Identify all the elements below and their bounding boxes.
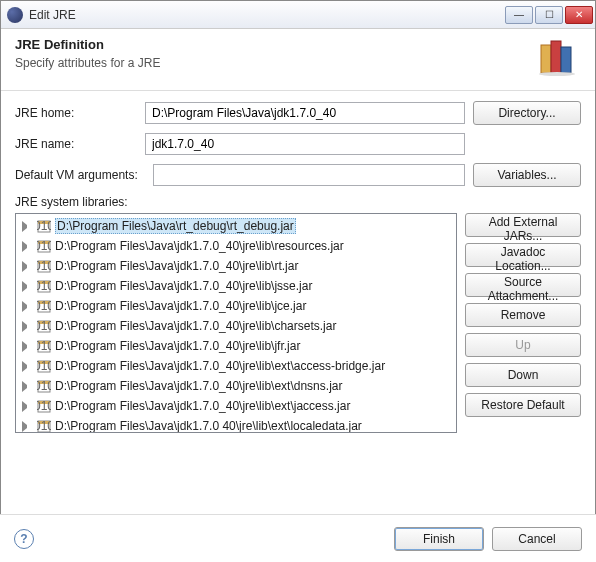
expander-icon[interactable]	[22, 381, 33, 392]
expander-icon[interactable]	[22, 281, 33, 292]
svg-rect-2	[561, 47, 571, 73]
svg-point-3	[539, 72, 575, 76]
expander-icon[interactable]	[22, 361, 33, 372]
window-title: Edit JRE	[29, 8, 505, 22]
svg-text:010: 010	[37, 339, 51, 353]
library-item[interactable]: 010D:\Program Files\Java\jdk1.7.0_40\jre…	[16, 396, 456, 416]
library-item[interactable]: 010D:\Program Files\Java\jdk1.7.0_40\jre…	[16, 376, 456, 396]
svg-text:010: 010	[37, 359, 51, 373]
up-button[interactable]: Up	[465, 333, 581, 357]
help-icon[interactable]: ?	[14, 529, 34, 549]
expander-icon[interactable]	[22, 341, 33, 352]
svg-text:010: 010	[37, 279, 51, 293]
expander-icon[interactable]	[22, 401, 33, 412]
library-item[interactable]: 010D:\Program Files\Java\jdk1.7.0_40\jre…	[16, 316, 456, 336]
library-item[interactable]: 010D:\Program Files\Java\jdk1.7.0_40\jre…	[16, 276, 456, 296]
svg-text:010: 010	[37, 299, 51, 313]
eclipse-icon	[7, 7, 23, 23]
svg-rect-1	[551, 41, 561, 73]
library-path: D:\Program Files\Java\jdk1.7.0_40\jre\li…	[55, 339, 300, 353]
jre-home-label: JRE home:	[15, 106, 137, 120]
cancel-button[interactable]: Cancel	[492, 527, 582, 551]
library-path: D:\Program Files\Java\jdk1.7.0_40\jre\li…	[55, 299, 306, 313]
library-path: D:\Program Files\Java\jdk1.7.0 40\jre\li…	[55, 419, 362, 433]
libs-label: JRE system libraries:	[15, 195, 581, 209]
library-path: D:\Program Files\Java\jdk1.7.0_40\jre\li…	[55, 399, 350, 413]
library-item[interactable]: 010D:\Program Files\Java\jdk1.7.0_40\jre…	[16, 256, 456, 276]
library-path: D:\Program Files\Java\jdk1.7.0_40\jre\li…	[55, 359, 385, 373]
library-path: D:\Program Files\Java\jdk1.7.0_40\jre\li…	[55, 319, 336, 333]
dialog-footer: ? Finish Cancel	[0, 514, 596, 562]
expander-icon[interactable]	[22, 221, 33, 232]
remove-button[interactable]: Remove	[465, 303, 581, 327]
library-item[interactable]: 010D:\Program Files\Java\jdk1.7.0_40\jre…	[16, 356, 456, 376]
titlebar[interactable]: Edit JRE — ☐ ✕	[1, 1, 595, 29]
expander-icon[interactable]	[22, 261, 33, 272]
header-title: JRE Definition	[15, 37, 160, 52]
svg-text:010: 010	[37, 399, 51, 413]
library-path: D:\Program Files\Java\jdk1.7.0_40\jre\li…	[55, 279, 312, 293]
library-item[interactable]: 010D:\Program Files\Java\rt_debug\rt_deb…	[16, 216, 456, 236]
vm-args-input[interactable]	[153, 164, 465, 186]
library-item[interactable]: 010D:\Program Files\Java\jdk1.7.0_40\jre…	[16, 296, 456, 316]
down-button[interactable]: Down	[465, 363, 581, 387]
svg-text:010: 010	[37, 419, 51, 433]
source-attachment-button[interactable]: Source Attachment...	[465, 273, 581, 297]
variables-button[interactable]: Variables...	[473, 163, 581, 187]
system-libraries-tree[interactable]: 010D:\Program Files\Java\rt_debug\rt_deb…	[15, 213, 457, 433]
svg-text:010: 010	[37, 259, 51, 273]
maximize-button[interactable]: ☐	[535, 6, 563, 24]
finish-button[interactable]: Finish	[394, 527, 484, 551]
close-button[interactable]: ✕	[565, 6, 593, 24]
jre-name-input[interactable]	[145, 133, 465, 155]
books-icon	[537, 37, 581, 80]
svg-text:010: 010	[37, 379, 51, 393]
jre-name-label: JRE name:	[15, 137, 137, 151]
dialog-header: JRE Definition Specify attributes for a …	[1, 29, 595, 91]
library-item[interactable]: 010D:\Program Files\Java\jdk1.7.0_40\jre…	[16, 236, 456, 256]
svg-text:010: 010	[37, 239, 51, 253]
minimize-button[interactable]: —	[505, 6, 533, 24]
jre-home-input[interactable]	[145, 102, 465, 124]
directory-button[interactable]: Directory...	[473, 101, 581, 125]
javadoc-location-button[interactable]: Javadoc Location...	[465, 243, 581, 267]
expander-icon[interactable]	[22, 241, 33, 252]
svg-text:010: 010	[37, 219, 51, 233]
restore-default-button[interactable]: Restore Default	[465, 393, 581, 417]
add-external-jars-button[interactable]: Add External JARs...	[465, 213, 581, 237]
expander-icon[interactable]	[22, 421, 33, 432]
library-item[interactable]: 010D:\Program Files\Java\jdk1.7.0_40\jre…	[16, 336, 456, 356]
svg-rect-0	[541, 45, 551, 73]
library-item[interactable]: 010D:\Program Files\Java\jdk1.7.0 40\jre…	[16, 416, 456, 433]
library-path: D:\Program Files\Java\rt_debug\rt_debug.…	[55, 218, 296, 234]
library-path: D:\Program Files\Java\jdk1.7.0_40\jre\li…	[55, 239, 344, 253]
vm-args-label: Default VM arguments:	[15, 168, 145, 182]
expander-icon[interactable]	[22, 321, 33, 332]
expander-icon[interactable]	[22, 301, 33, 312]
header-subtitle: Specify attributes for a JRE	[15, 56, 160, 70]
library-path: D:\Program Files\Java\jdk1.7.0_40\jre\li…	[55, 379, 342, 393]
svg-text:010: 010	[37, 319, 51, 333]
library-path: D:\Program Files\Java\jdk1.7.0_40\jre\li…	[55, 259, 298, 273]
